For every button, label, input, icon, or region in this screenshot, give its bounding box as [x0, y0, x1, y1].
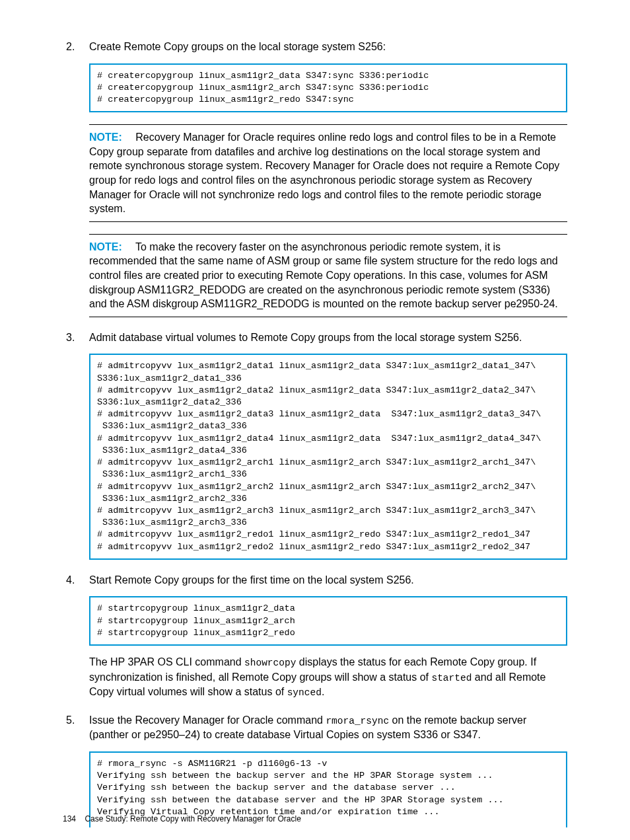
inline-code: showrcopy [244, 658, 296, 668]
inline-code: synced [287, 687, 322, 698]
inline-code: started [431, 673, 472, 683]
text-part: Issue the Recovery Manager for Oracle co… [89, 714, 326, 726]
note-text: To make the recovery faster on the async… [89, 241, 558, 309]
step-3-text: Admit database virtual volumes to Remote… [89, 330, 567, 345]
step-3: Admit database virtual volumes to Remote… [63, 330, 567, 560]
step-4-text: Start Remote Copy groups for the first t… [89, 573, 567, 588]
note-text [125, 132, 135, 143]
note-label: NOTE: [89, 132, 122, 143]
note-text [125, 241, 135, 252]
step-4-posttext: The HP 3PAR OS CLI command showrcopy dis… [89, 655, 567, 700]
step-2-code: # creatercopygroup linux_asm11gr2_data S… [89, 63, 567, 113]
text-part: The HP 3PAR OS CLI command [89, 656, 244, 668]
step-5: Issue the Recovery Manager for Oracle co… [63, 713, 567, 827]
text-part: . [322, 686, 324, 697]
step-3-code: # admitrcopyvv lux_asm11gr2_data1 linux_… [89, 354, 567, 560]
page-footer: 134 Case Study: Remote Copy with Recover… [63, 814, 301, 824]
inline-code: rmora_rsync [326, 716, 389, 726]
note-label: NOTE: [89, 241, 122, 252]
step-2-note-2: NOTE: To make the recovery faster on the… [89, 234, 567, 317]
step-list: Create Remote Copy groups on the local s… [63, 40, 567, 827]
step-2-text: Create Remote Copy groups on the local s… [89, 40, 567, 54]
step-2: Create Remote Copy groups on the local s… [63, 40, 567, 317]
page-number: 134 [63, 814, 76, 823]
step-4-code: # startrcopygroup linux_asm11gr2_data # … [89, 596, 567, 646]
footer-title: Case Study: Remote Copy with Recovery Ma… [85, 814, 300, 823]
step-4: Start Remote Copy groups for the first t… [63, 573, 567, 700]
step-2-note-1: NOTE: Recovery Manager for Oracle requir… [89, 124, 567, 222]
step-5-text: Issue the Recovery Manager for Oracle co… [89, 713, 567, 742]
note-text: Recovery Manager for Oracle requires onl… [89, 132, 559, 214]
